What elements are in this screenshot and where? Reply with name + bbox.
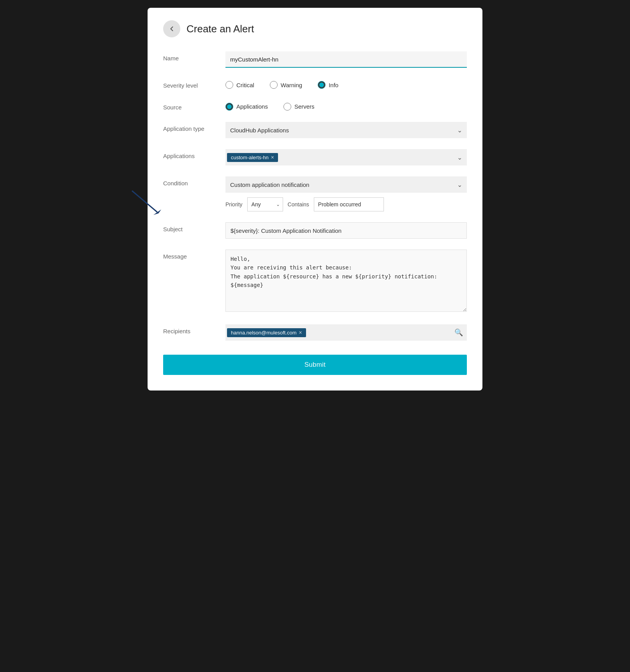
recipient-tag-label: hanna.nelson@mulesoft.com [231,330,297,336]
name-input[interactable] [225,51,467,68]
source-servers-item[interactable]: Servers [283,103,315,111]
subject-control [225,222,467,239]
subject-input[interactable] [225,222,467,239]
app-type-select-wrapper: CloudHub Applications Hybrid Application… [225,122,467,138]
app-type-label: Application type [163,122,225,133]
app-type-control: CloudHub Applications Hybrid Application… [225,122,467,138]
source-applications-label: Applications [236,103,268,110]
page-title: Create an Alert [187,23,254,35]
severity-info-item[interactable]: Info [318,81,338,89]
severity-warning-label: Warning [281,82,302,88]
recipients-label: Recipients [163,324,225,335]
condition-select-wrapper: Custom application notification ⌄ [225,176,467,193]
condition-select[interactable]: Custom application notification [225,176,467,193]
search-icon: 🔍 [454,329,463,336]
source-applications-radio[interactable] [225,103,233,111]
problem-input[interactable] [314,197,384,211]
applications-label: Applications [163,149,225,160]
severity-critical-label: Critical [236,82,254,88]
applications-chevron-icon: ⌄ [457,154,462,161]
message-row: Message Hello, You are receiving this al… [163,250,467,313]
name-row: Name [163,51,467,68]
condition-control: Custom application notification ⌄ Priori… [225,176,467,211]
applications-tag-select[interactable]: custom-alerts-hn × ⌄ [225,149,467,165]
applications-control: custom-alerts-hn × ⌄ [225,149,467,165]
condition-sub-row: Priority Any Low Medium High ⌄ Contains [225,197,467,211]
recipients-row: Recipients hanna.nelson@mulesoft.com × 🔍 [163,324,467,341]
severity-critical-item[interactable]: Critical [225,81,254,89]
submit-button[interactable]: Submit [163,355,467,375]
app-type-row: Application type CloudHub Applications H… [163,122,467,138]
applications-tag: custom-alerts-hn × [227,153,278,162]
subject-label: Subject [163,222,225,233]
condition-row: Condition Custom application notificatio… [163,176,467,211]
recipients-tag-select[interactable]: hanna.nelson@mulesoft.com × 🔍 [225,324,467,341]
app-type-select[interactable]: CloudHub Applications Hybrid Application… [225,122,467,138]
priority-label-text: Priority [225,201,243,208]
severity-control: Critical Warning Info [225,79,467,89]
source-servers-radio[interactable] [283,103,291,111]
severity-info-radio[interactable] [318,81,326,89]
svg-marker-1 [153,209,161,215]
recipient-tag-remove[interactable]: × [299,330,302,335]
priority-select-wrapper: Any Low Medium High ⌄ [247,197,283,211]
source-control: Applications Servers [225,100,467,111]
recipients-control: hanna.nelson@mulesoft.com × 🔍 [225,324,467,341]
condition-label: Condition [163,176,225,187]
create-alert-card: Create an Alert Name Severity level Crit… [148,8,482,391]
severity-row: Severity level Critical Warning Info [163,79,467,90]
source-radio-group: Applications Servers [225,100,467,111]
name-label: Name [163,51,225,62]
applications-tag-label: custom-alerts-hn [231,155,269,160]
severity-label: Severity level [163,79,225,90]
severity-critical-radio[interactable] [225,81,233,89]
svg-line-0 [132,191,157,212]
back-button[interactable] [163,20,180,37]
severity-info-label: Info [329,82,338,88]
priority-select[interactable]: Any Low Medium High [247,197,283,211]
header: Create an Alert [163,20,467,37]
source-servers-label: Servers [294,103,315,110]
severity-warning-item[interactable]: Warning [270,81,302,89]
recipient-tag: hanna.nelson@mulesoft.com × [227,328,306,337]
applications-row: Applications custom-alerts-hn × ⌄ [163,149,467,165]
message-label: Message [163,250,225,260]
severity-warning-radio[interactable] [270,81,278,89]
severity-radio-group: Critical Warning Info [225,79,467,89]
applications-tag-remove[interactable]: × [271,155,274,160]
source-row: Source Applications Servers [163,100,467,111]
source-label: Source [163,100,225,111]
contains-label: Contains [288,201,309,208]
message-control: Hello, You are receiving this alert beca… [225,250,467,313]
name-control [225,51,467,68]
subject-row: Subject [163,222,467,239]
recipients-search-button[interactable]: 🔍 [454,328,463,337]
message-textarea[interactable]: Hello, You are receiving this alert beca… [225,250,467,312]
source-applications-item[interactable]: Applications [225,103,268,111]
